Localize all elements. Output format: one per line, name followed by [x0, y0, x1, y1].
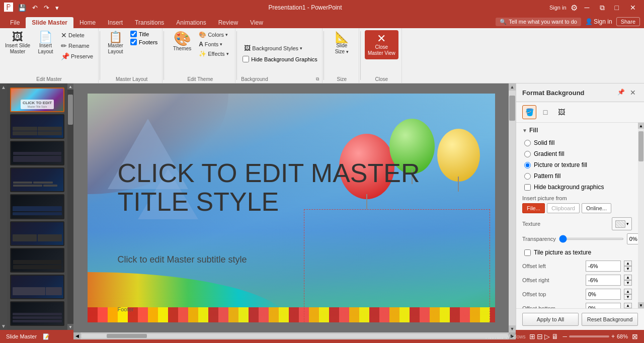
tab-slide-master[interactable]: Slide Master	[26, 17, 73, 28]
reading-view-btn[interactable]: ▷	[544, 332, 550, 340]
slide-title-box[interactable]: CLICK TO EDIT MASTER TITLE STYLE	[118, 159, 445, 216]
slide-thumb-8[interactable]	[10, 275, 64, 299]
delete-btn[interactable]: ✕ Delete	[59, 30, 95, 40]
offset-bottom-up-btn[interactable]: ▲	[624, 303, 632, 308]
pattern-fill-option[interactable]: Pattern fill	[522, 171, 632, 181]
hide-bg-graphics-checkbox[interactable]	[243, 56, 249, 62]
slide-sorter-btn[interactable]: ⊟	[537, 332, 543, 340]
app-icon[interactable]: 🅿	[4, 3, 13, 13]
themes-btn[interactable]: 🎨 Themes	[170, 30, 195, 53]
maximize-btn[interactable]: □	[612, 3, 622, 13]
slide-subtitle-box[interactable]: Click to edit Master subtitle style	[118, 254, 445, 265]
offset-bottom-input[interactable]	[586, 303, 621, 308]
zoom-slider[interactable]	[569, 335, 609, 337]
solid-fill-radio[interactable]	[524, 140, 531, 146]
fill-section-header[interactable]: ▼ Fill	[522, 127, 632, 134]
pattern-fill-radio[interactable]	[524, 173, 531, 180]
slide-thumb-9[interactable]	[10, 301, 64, 326]
clipboard-btn[interactable]: Clipboard	[547, 203, 580, 213]
offset-top-down-btn[interactable]: ▼	[624, 294, 632, 300]
canvas-scroll-thumb[interactable]	[509, 96, 515, 121]
undo-qa-btn[interactable]: ↶	[30, 3, 40, 13]
zoom-value[interactable]: 68%	[617, 333, 628, 339]
slide-thumb-1[interactable]: CLICK TO EDIT Master Title Style	[10, 88, 64, 112]
hscroll-thumb[interactable]	[107, 334, 147, 338]
save-qa-btn[interactable]: 💾	[16, 3, 28, 13]
slide-footer[interactable]: Footer	[118, 306, 134, 312]
offset-right-down-btn[interactable]: ▼	[624, 280, 632, 286]
offset-left-down-btn[interactable]: ▼	[624, 266, 632, 272]
reset-background-btn[interactable]: Reset Background	[582, 313, 638, 326]
background-expand-icon[interactable]: ⧉	[316, 76, 319, 82]
slide-thumb-5[interactable]	[10, 194, 64, 219]
effects-btn[interactable]: ✨ Effects ▾	[197, 49, 230, 58]
tab-transitions[interactable]: Transitions	[129, 17, 170, 28]
share-button[interactable]: Share	[616, 17, 640, 26]
window-close-btn[interactable]: ✕	[626, 3, 640, 13]
customize-qa-btn[interactable]: ▾	[53, 3, 61, 13]
fonts-btn[interactable]: A Fonts ▾	[197, 40, 230, 49]
preserve-btn[interactable]: 📌 Preserve	[59, 51, 95, 61]
title-checkbox-item[interactable]: Title	[129, 30, 159, 38]
slide-scroll-thumb[interactable]	[68, 95, 73, 125]
tell-me-input[interactable]: 🔍 Tell me what you want to do	[496, 18, 581, 26]
image-tool-btn[interactable]: 🖼	[554, 105, 569, 119]
gradient-fill-radio[interactable]	[524, 151, 531, 157]
slide-canvas[interactable]: CLICK TO EDIT MASTER TITLE STYLE Click t…	[88, 94, 495, 322]
panel-scroll-down-btn[interactable]: ▼	[638, 302, 644, 308]
hide-bg-graphics-option[interactable]: Hide background graphics	[522, 182, 632, 192]
apply-to-all-btn[interactable]: Apply to All	[522, 313, 579, 326]
signin-btn[interactable]: Sign in	[549, 5, 567, 11]
slide-thumb-4[interactable]	[10, 167, 64, 192]
zoom-in-btn[interactable]: +	[611, 333, 615, 340]
online-btn[interactable]: Online...	[582, 203, 611, 213]
redo-qa-btn[interactable]: ↷	[42, 3, 51, 13]
offset-left-up-btn[interactable]: ▲	[624, 261, 632, 266]
canvas-scroll-up-btn[interactable]: ▲	[509, 83, 516, 91]
colors-btn[interactable]: 🎨 Colors ▾	[197, 30, 230, 39]
rename-btn[interactable]: ✏ Rename	[59, 41, 95, 51]
panel-scroll-up-btn[interactable]: ▲	[638, 123, 644, 129]
slide-thumb-3[interactable]	[10, 141, 64, 165]
transparency-slider[interactable]	[559, 238, 624, 240]
insert-slide-master-btn[interactable]: 🖼 Insert SlideMaster	[3, 30, 32, 56]
tab-file[interactable]: File	[4, 17, 26, 28]
panel-close-btn[interactable]: ✕	[628, 88, 638, 98]
restore-btn[interactable]: ⧉	[597, 3, 608, 13]
slide-thumb-6[interactable]	[10, 221, 64, 246]
tab-home[interactable]: Home	[73, 17, 102, 28]
slide-size-btn[interactable]: 📐 SlideSize ▾	[328, 30, 356, 56]
slide-scroll-down-btn[interactable]: ▼	[67, 324, 73, 330]
notes-btn[interactable]: 📝	[43, 333, 50, 340]
fill-tool-btn[interactable]: 🪣	[522, 105, 536, 119]
tile-picture-cb[interactable]	[524, 249, 531, 256]
transparency-value[interactable]: 0% ⬍	[627, 233, 638, 244]
fit-slide-btn[interactable]: ⊠	[632, 332, 638, 340]
minimize-btn[interactable]: ─	[582, 3, 593, 13]
hide-bg-graphics-item[interactable]: Hide Background Graphics	[241, 55, 318, 63]
shadow-tool-btn[interactable]: □	[538, 105, 552, 119]
slide-thumb-7[interactable]	[10, 248, 64, 273]
tab-view[interactable]: View	[244, 17, 269, 28]
offset-top-input[interactable]	[586, 289, 621, 300]
title-checkbox[interactable]	[130, 31, 137, 37]
zoom-out-btn[interactable]: ─	[562, 333, 567, 340]
offset-left-input[interactable]	[586, 261, 621, 272]
picture-texture-fill-radio[interactable]	[524, 162, 531, 168]
sign-in-link[interactable]: 👤 Sign in	[585, 18, 612, 25]
solid-fill-option[interactable]: Solid fill	[522, 138, 632, 148]
tile-picture-option[interactable]: Tile picture as texture	[522, 247, 632, 258]
panel-pin-btn[interactable]: 📌	[615, 88, 627, 98]
offset-right-input[interactable]	[586, 275, 621, 286]
tab-insert[interactable]: Insert	[102, 17, 129, 28]
hscroll-left-btn[interactable]: ◀	[73, 332, 80, 339]
insert-layout-btn[interactable]: 📄 InsertLayout	[34, 30, 57, 56]
close-master-view-btn[interactable]: ✕ CloseMaster View	[365, 30, 398, 59]
tab-review[interactable]: Review	[212, 17, 244, 28]
file-btn[interactable]: File...	[522, 203, 545, 213]
panel-scroll-thumb[interactable]	[638, 131, 643, 161]
normal-view-btn[interactable]: ⊞	[529, 332, 535, 340]
footers-checkbox[interactable]	[130, 39, 137, 45]
tab-animations[interactable]: Animations	[170, 17, 212, 28]
slide-thumb-2[interactable]	[10, 114, 64, 139]
